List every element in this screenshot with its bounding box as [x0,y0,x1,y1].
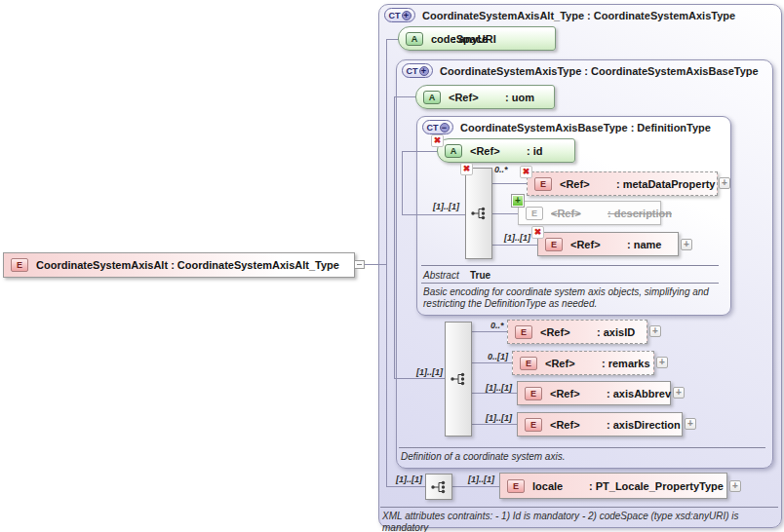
expand-plus-icon[interactable]: + [673,387,685,399]
element-type: : axisID [597,326,635,338]
attribute-id[interactable]: A <Ref> : id [437,138,575,163]
element-axisid[interactable]: E <Ref> : axisID [507,320,647,344]
cardinality-label: [1]..[1] [486,413,512,423]
constraints-note: XML attributes contraints: - 1) Id is ma… [382,511,784,532]
ct-title-base-type: CoordinateSystemAxisBaseType : Definitio… [460,122,711,133]
connector-line [394,378,445,379]
abstract-label: Abstract [423,270,459,281]
element-ref-label: <Ref> [550,419,599,431]
connector-line [402,151,441,152]
complex-type-badge: CT − [422,120,453,134]
sequence-compositor[interactable] [445,322,472,437]
element-badge: E [525,387,542,400]
attribute-name: <Ref> [470,145,519,157]
expand-plus-icon[interactable]: + [729,480,741,492]
attribute-name: <Ref> [449,92,497,103]
ct-header-alt-type: CT + CoordinateSystemAxisAlt_Type : Coor… [384,8,735,22]
connector-line [452,486,499,487]
element-type: : PT_Locale_PropertyType [589,480,724,492]
expand-plus-icon[interactable]: + [719,177,730,189]
collapse-handle-icon[interactable] [354,260,365,269]
element-coordinate-system-axis-alt[interactable]: E CoordinateSystemAxisAlt : CoordinateSy… [3,252,355,278]
connector-trunk-outer [386,39,387,486]
sequence-icon [470,206,488,221]
element-badge: E [526,207,543,220]
complex-type-badge: CT + [402,63,433,78]
element-type: : metaDataProperty [616,178,715,190]
element-remarks[interactable]: E <Ref> : remarks [512,351,654,375]
connector-line [386,486,425,487]
divider-line [421,265,719,266]
connector-line [492,183,527,184]
delete-icon[interactable]: ✖ [531,226,544,239]
expand-toggle-icon[interactable]: + [419,66,429,76]
expand-plus-icon[interactable]: + [656,357,668,368]
expand-toggle-icon[interactable]: + [402,11,412,20]
delete-icon[interactable]: ✖ [431,134,444,147]
element-badge: E [515,325,532,339]
cardinality-label: 0..[1] [488,352,508,361]
add-icon[interactable]: + [512,195,524,207]
abstract-value: True [470,270,490,281]
ct-header-base-type: CT − CoordinateSystemAxisBaseType : Defi… [422,120,711,134]
connector-line [472,331,507,332]
element-badge: E [507,479,525,493]
element-name[interactable]: E <Ref> : name [537,232,679,256]
sequence-icon [450,371,467,387]
connector-line [492,245,537,246]
element-type: : name [627,239,661,250]
collapse-toggle-icon[interactable]: − [440,123,450,133]
element-type: : axisAbbrev [607,388,671,399]
ct-badge-label: CT [407,66,418,76]
element-badge: E [520,357,537,370]
element-badge: E [11,258,28,272]
element-axisabbrev[interactable]: E <Ref> : axisAbbrev [517,381,671,405]
element-type: : description [608,208,672,219]
element-axisdirection[interactable]: E <Ref> : axisDirection [517,412,683,437]
xsd-schema-diagram: E CoordinateSystemAxisAlt : CoordinateSy… [0,0,784,532]
ct-badge-label: CT [427,123,439,133]
attribute-badge: A [445,144,462,158]
attribute-type: : uom [505,92,534,103]
expand-plus-icon[interactable]: + [649,325,661,337]
expand-plus-icon[interactable]: + [685,418,696,430]
cardinality-label: [1]..[1] [468,475,494,484]
cardinality-label: 0..* [490,321,504,330]
element-ref-label: <Ref> [560,178,608,190]
ct-badge-label: CT [389,11,401,20]
complex-type-badge: CT + [384,8,415,22]
element-description[interactable]: E <Ref> : description [518,201,661,225]
expand-plus-icon[interactable]: + [681,239,692,250]
connector-line [402,214,465,215]
attribute-badge: A [423,91,441,104]
sequence-compositor[interactable] [425,474,452,500]
attribute-codespace[interactable]: A codeSpace : anyURI [398,26,556,51]
connector-trunk-inner [394,96,395,378]
divider-line [399,447,765,448]
element-label: locale [532,480,581,492]
attribute-type: : anyURI [452,33,496,45]
sequence-compositor[interactable] [465,168,492,259]
element-badge: E [534,177,552,191]
connector-line [492,213,519,214]
element-type: : axisDirection [607,419,681,431]
attribute-type: : id [527,145,543,157]
element-ref-label: <Ref> [540,326,589,338]
cardinality-label: [1]..[1] [486,383,512,393]
element-metadataproperty[interactable]: E <Ref> : metaDataProperty [527,171,718,196]
element-badge: E [545,238,563,251]
connector-line [365,264,387,265]
ct-title-axis-type: CoordinateSystemAxisType : CoordinateSys… [440,65,759,77]
connector-trunk-base [402,151,403,214]
delete-icon[interactable]: ✖ [520,166,532,178]
cardinality-label: [1]..[1] [416,367,443,377]
cardinality-label: [1]..[1] [504,233,530,243]
attribute-uom[interactable]: A <Ref> : uom [415,85,555,109]
delete-icon[interactable]: ✖ [460,163,473,175]
cardinality-label: 0..* [494,165,508,174]
element-locale[interactable]: E locale : PT_Locale_PropertyType [499,473,727,499]
element-label: CoordinateSystemAxisAlt : CoordinateSyst… [36,259,339,271]
element-type: : remarks [602,358,650,369]
element-badge: E [525,418,542,432]
element-ref-label: <Ref> [550,388,599,399]
